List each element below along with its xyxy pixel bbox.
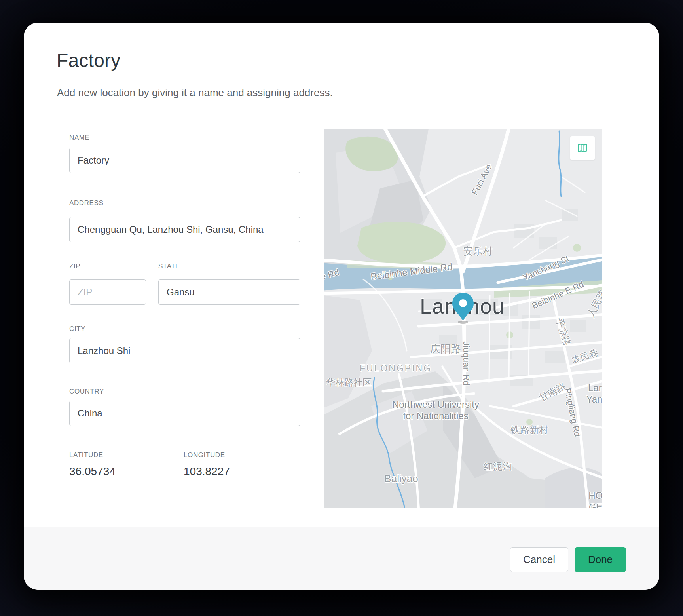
country-label: COUNTRY <box>69 388 104 395</box>
zip-label: ZIP <box>69 262 80 270</box>
map-label: Yanchang St <box>522 253 571 283</box>
done-button[interactable]: Done <box>575 547 626 572</box>
map-label: Lanz Yanta <box>586 382 602 405</box>
modal-footer: Cancel Done <box>24 527 659 590</box>
map-label: 华林路社区 <box>326 377 372 388</box>
map-label: Northwest University for Nationalities <box>392 399 479 422</box>
map-label: Baliyao <box>384 473 418 485</box>
location-map[interactable]: Fuci Ave安乐村Yanchang StBeibinhe E Rd人民路e … <box>324 129 602 508</box>
location-pin-icon[interactable] <box>450 293 476 324</box>
country-input[interactable] <box>69 401 300 426</box>
page-title: Factory <box>57 49 120 71</box>
page-subtitle: Add new location by giving it a name and… <box>57 87 333 99</box>
map-label: Pingliang Rd <box>562 387 582 438</box>
add-location-modal: Factory Add new location by giving it a … <box>24 23 659 590</box>
longitude-value: 103.8227 <box>184 465 230 478</box>
map-label: FULONGPING <box>360 363 432 374</box>
address-input[interactable] <box>69 217 300 242</box>
map-label: 铁路新村 <box>510 424 548 435</box>
state-label: STATE <box>158 262 180 270</box>
cancel-button[interactable]: Cancel <box>510 547 568 572</box>
latitude-label: LATITUDE <box>69 451 103 459</box>
map-label: 人民路 <box>584 287 602 319</box>
map-label: Beibinhe Middle Rd <box>370 261 453 282</box>
map-label: Jiuquan Rd <box>461 341 472 385</box>
map-label: Beibinhe E Rd <box>530 279 585 312</box>
state-input[interactable] <box>158 279 300 305</box>
map-label: 农民巷 <box>570 347 600 366</box>
city-input[interactable] <box>69 338 300 363</box>
folded-map-icon <box>577 142 588 154</box>
longitude-label: LONGITUDE <box>184 451 225 459</box>
map-style-button[interactable] <box>570 136 595 160</box>
address-label: ADDRESS <box>69 199 103 207</box>
name-label: NAME <box>69 134 90 142</box>
map-label: HON GEN <box>588 490 602 508</box>
latitude-value: 36.05734 <box>69 465 116 478</box>
map-label: 红泥沟 <box>484 460 512 472</box>
zip-input[interactable] <box>69 279 146 305</box>
map-label: 平凉路 <box>554 316 573 347</box>
city-label: CITY <box>69 325 85 333</box>
map-label: Fuci Ave <box>469 163 494 197</box>
name-input[interactable] <box>69 148 300 173</box>
map-label: 庆阳路 <box>430 343 461 356</box>
map-label: 安乐村 <box>463 245 493 257</box>
map-label: e Rd <box>324 267 340 283</box>
